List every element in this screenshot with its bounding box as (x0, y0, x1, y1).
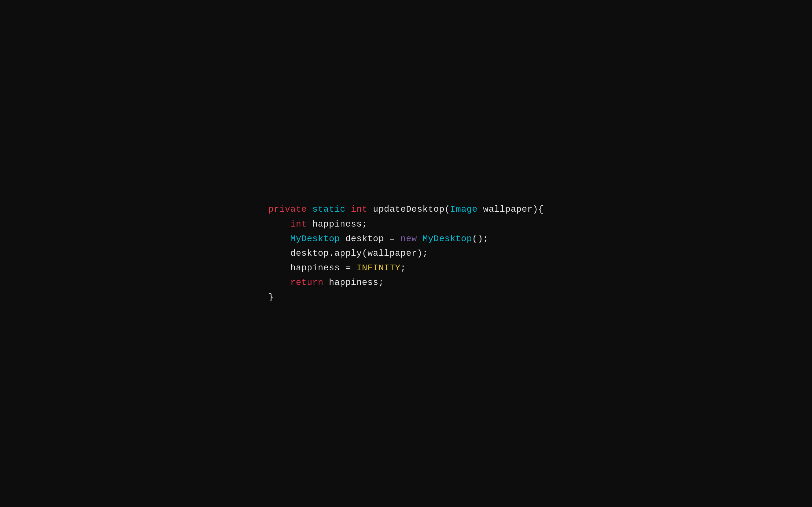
code-token: private (268, 202, 307, 217)
code-token (307, 202, 312, 217)
code-token: desktop.apply(wallpaper); (290, 246, 428, 261)
code-token: static (312, 202, 345, 217)
code-token: MyDesktop (422, 232, 472, 246)
code-token: MyDesktop (290, 232, 340, 246)
code-token: } (268, 290, 274, 304)
code-line: } (268, 290, 544, 304)
code-token: desktop = (340, 232, 401, 246)
code-token: INFINITY (357, 261, 401, 275)
code-token: happiness; (323, 275, 384, 290)
code-line: int happiness; (268, 217, 544, 232)
code-block: private static int updateDesktop(Image w… (268, 202, 544, 304)
code-token: ; (401, 261, 406, 275)
code-token (345, 202, 351, 217)
code-token: return (290, 275, 323, 290)
code-token: Image (450, 202, 478, 217)
code-token: happiness; (307, 217, 367, 232)
code-line: desktop.apply(wallpaper); (268, 246, 544, 261)
code-line: return happiness; (268, 275, 544, 290)
code-token: (); (472, 232, 489, 246)
code-line: private static int updateDesktop(Image w… (268, 202, 544, 217)
code-token: int (351, 202, 367, 217)
code-token: wallpaper){ (478, 202, 544, 217)
code-token: int (290, 217, 307, 232)
code-token: updateDesktop( (367, 202, 450, 217)
code-token: happiness = (290, 261, 356, 275)
code-line: happiness = INFINITY; (268, 261, 544, 275)
code-token: new (401, 232, 417, 246)
code-line: MyDesktop desktop = new MyDesktop(); (268, 232, 544, 246)
code-token (417, 232, 422, 246)
